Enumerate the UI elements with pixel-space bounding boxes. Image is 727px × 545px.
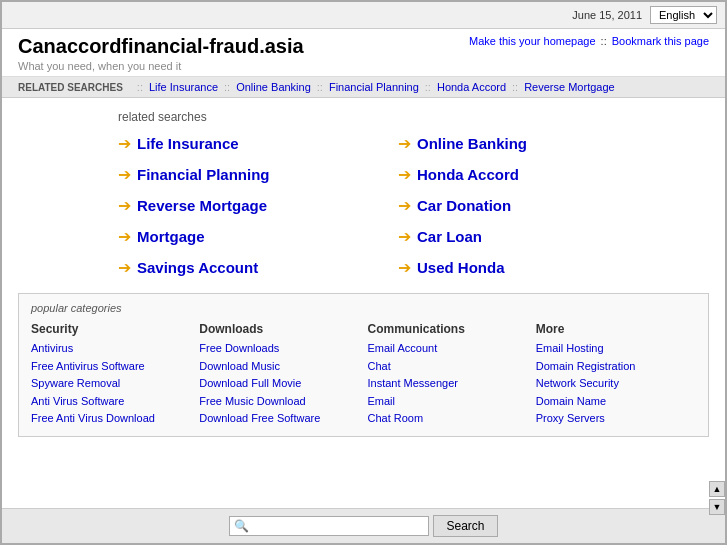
top-bar: June 15, 2011 English — [2, 2, 725, 29]
link-chat-room[interactable]: Chat Room — [368, 410, 528, 428]
category-downloads: Downloads Free Downloads Download Music … — [199, 322, 359, 428]
bookmark-link[interactable]: Bookmark this page — [612, 35, 709, 47]
link-mortgage[interactable]: Mortgage — [137, 228, 205, 245]
site-title: Canaccordfinancial-fraud.asia — [18, 35, 304, 58]
site-info: Canaccordfinancial-fraud.asia What you n… — [18, 35, 304, 72]
link-car-donation[interactable]: Car Donation — [417, 197, 511, 214]
list-item: ➔ Life Insurance — [118, 134, 358, 153]
link-email-account[interactable]: Email Account — [368, 340, 528, 358]
link-free-anti-virus-download[interactable]: Free Anti Virus Download — [31, 410, 191, 428]
header-top: Canaccordfinancial-fraud.asia What you n… — [18, 35, 709, 72]
list-item: ➔ Online Banking — [398, 134, 638, 153]
list-item: ➔ Savings Account — [118, 258, 358, 277]
category-communications: Communications Email Account Chat Instan… — [368, 322, 528, 428]
arrow-icon: ➔ — [398, 134, 411, 153]
link-free-antivirus[interactable]: Free Antivirus Software — [31, 358, 191, 376]
link-domain-name[interactable]: Domain Name — [536, 393, 696, 411]
link-used-honda[interactable]: Used Honda — [417, 259, 505, 276]
date-label: June 15, 2011 — [572, 9, 642, 21]
nav-item-online-banking[interactable]: Online Banking — [236, 81, 311, 93]
link-email[interactable]: Email — [368, 393, 528, 411]
browser-frame: June 15, 2011 English Canaccordfinancial… — [0, 0, 727, 545]
header: Canaccordfinancial-fraud.asia What you n… — [2, 29, 725, 77]
list-item: ➔ Mortgage — [118, 227, 358, 246]
category-heading-security: Security — [31, 322, 191, 336]
header-sep: :: — [601, 35, 610, 47]
link-download-music[interactable]: Download Music — [199, 358, 359, 376]
arrow-icon: ➔ — [118, 258, 131, 277]
nav-sep-4: :: — [512, 81, 518, 93]
link-network-security[interactable]: Network Security — [536, 375, 696, 393]
nav-sep-2: :: — [317, 81, 323, 93]
link-download-full-movie[interactable]: Download Full Movie — [199, 375, 359, 393]
arrow-icon: ➔ — [398, 258, 411, 277]
search-input[interactable] — [251, 519, 411, 533]
nav-sep-3: :: — [425, 81, 431, 93]
scroll-arrows: ▲ ▼ — [709, 481, 725, 515]
link-reverse-mortgage[interactable]: Reverse Mortgage — [137, 197, 267, 214]
scroll-down-button[interactable]: ▼ — [709, 499, 725, 515]
header-links: Make this your homepage :: Bookmark this… — [469, 35, 709, 47]
main-content: related searches ➔ Life Insurance ➔ Onli… — [2, 98, 725, 508]
nav-item-honda-accord[interactable]: Honda Accord — [437, 81, 506, 93]
link-life-insurance[interactable]: Life Insurance — [137, 135, 239, 152]
link-anti-virus-software[interactable]: Anti Virus Software — [31, 393, 191, 411]
related-searches-section: related searches ➔ Life Insurance ➔ Onli… — [18, 98, 709, 285]
link-domain-registration[interactable]: Domain Registration — [536, 358, 696, 376]
arrow-icon: ➔ — [118, 196, 131, 215]
categories-grid: Security Antivirus Free Antivirus Softwa… — [31, 322, 696, 428]
make-homepage-link[interactable]: Make this your homepage — [469, 35, 596, 47]
category-heading-communications: Communications — [368, 322, 528, 336]
list-item: ➔ Reverse Mortgage — [118, 196, 358, 215]
link-instant-messenger[interactable]: Instant Messenger — [368, 375, 528, 393]
search-bar: 🔍 Search — [2, 508, 725, 543]
link-online-banking[interactable]: Online Banking — [417, 135, 527, 152]
link-spyware-removal[interactable]: Spyware Removal — [31, 375, 191, 393]
language-select[interactable]: English — [650, 6, 717, 24]
arrow-icon: ➔ — [118, 165, 131, 184]
site-subtitle: What you need, when you need it — [18, 60, 304, 72]
nav-label: RELATED SEARCHES — [18, 82, 123, 93]
popular-section: popular categories Security Antivirus Fr… — [18, 293, 709, 437]
link-savings-account[interactable]: Savings Account — [137, 259, 258, 276]
related-label: related searches — [118, 110, 709, 124]
list-item: ➔ Used Honda — [398, 258, 638, 277]
arrow-icon: ➔ — [118, 134, 131, 153]
link-car-loan[interactable]: Car Loan — [417, 228, 482, 245]
arrow-icon: ➔ — [118, 227, 131, 246]
search-button[interactable]: Search — [433, 515, 497, 537]
category-more: More Email Hosting Domain Registration N… — [536, 322, 696, 428]
category-heading-downloads: Downloads — [199, 322, 359, 336]
link-chat[interactable]: Chat — [368, 358, 528, 376]
arrow-icon: ➔ — [398, 165, 411, 184]
nav-sep-0: :: — [137, 81, 143, 93]
list-item: ➔ Car Loan — [398, 227, 638, 246]
category-security: Security Antivirus Free Antivirus Softwa… — [31, 322, 191, 428]
category-heading-more: More — [536, 322, 696, 336]
link-proxy-servers[interactable]: Proxy Servers — [536, 410, 696, 428]
link-antivirus[interactable]: Antivirus — [31, 340, 191, 358]
link-email-hosting[interactable]: Email Hosting — [536, 340, 696, 358]
arrow-icon: ➔ — [398, 227, 411, 246]
nav-sep-1: :: — [224, 81, 230, 93]
nav-item-reverse-mortgage[interactable]: Reverse Mortgage — [524, 81, 615, 93]
list-item: ➔ Honda Accord — [398, 165, 638, 184]
nav-item-life-insurance[interactable]: Life Insurance — [149, 81, 218, 93]
arrow-icon: ➔ — [398, 196, 411, 215]
search-links-grid: ➔ Life Insurance ➔ Online Banking ➔ Fina… — [118, 134, 638, 277]
list-item: ➔ Car Donation — [398, 196, 638, 215]
scroll-up-button[interactable]: ▲ — [709, 481, 725, 497]
search-input-wrap: 🔍 — [229, 516, 429, 536]
search-icon: 🔍 — [234, 519, 249, 533]
link-free-downloads[interactable]: Free Downloads — [199, 340, 359, 358]
list-item: ➔ Financial Planning — [118, 165, 358, 184]
nav-item-financial-planning[interactable]: Financial Planning — [329, 81, 419, 93]
link-free-music-download[interactable]: Free Music Download — [199, 393, 359, 411]
popular-title: popular categories — [31, 302, 696, 314]
link-financial-planning[interactable]: Financial Planning — [137, 166, 270, 183]
link-honda-accord[interactable]: Honda Accord — [417, 166, 519, 183]
nav-bar: RELATED SEARCHES :: Life Insurance :: On… — [2, 77, 725, 98]
link-download-free-software[interactable]: Download Free Software — [199, 410, 359, 428]
